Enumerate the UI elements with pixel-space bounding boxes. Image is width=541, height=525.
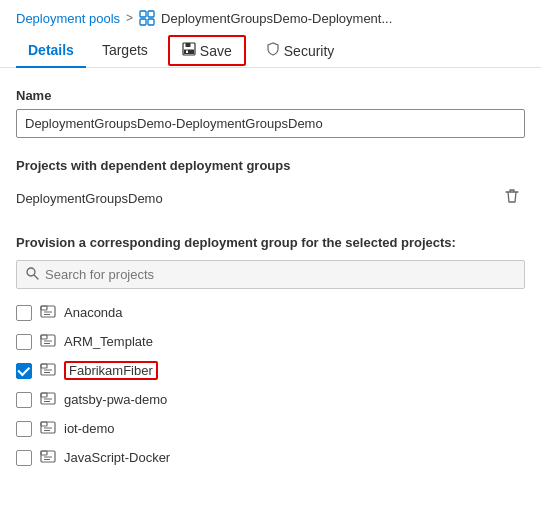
project-icon (40, 448, 56, 467)
tab-security[interactable]: Security (254, 34, 347, 67)
svg-line-9 (35, 276, 39, 280)
dependent-section-title: Projects with dependent deployment group… (16, 158, 525, 173)
name-input[interactable] (16, 109, 525, 138)
breadcrumb-separator: > (126, 11, 133, 25)
project-name-label: JavaScript-Docker (64, 450, 170, 465)
svg-rect-5 (185, 43, 190, 47)
project-icon (40, 332, 56, 351)
dependent-project-row: DeploymentGroupsDemo (16, 181, 525, 215)
project-checkbox-fabrikam-fiber[interactable] (16, 363, 32, 379)
project-checkbox-gatsby-pwa-demo[interactable] (16, 392, 32, 408)
save-label: Save (200, 43, 232, 59)
project-list: Anaconda ARM_Template FabrikamFiber gats… (16, 299, 525, 471)
breadcrumb-parent-link[interactable]: Deployment pools (16, 11, 120, 26)
list-item: JavaScript-Docker (16, 444, 525, 471)
list-item: FabrikamFiber (16, 357, 525, 384)
tab-bar: Details Targets Save Security (0, 34, 541, 68)
project-icon (40, 303, 56, 322)
list-item: iot-demo (16, 415, 525, 442)
security-label: Security (284, 43, 335, 59)
svg-point-8 (27, 268, 35, 276)
svg-rect-6 (184, 50, 194, 55)
list-item: gatsby-pwa-demo (16, 386, 525, 413)
main-content: Name Projects with dependent deployment … (0, 68, 541, 491)
search-icon (25, 266, 39, 283)
breadcrumb-icon (139, 10, 155, 26)
project-checkbox-anaconda[interactable] (16, 305, 32, 321)
search-box (16, 260, 525, 289)
save-button[interactable]: Save (168, 35, 246, 66)
tab-targets[interactable]: Targets (90, 34, 160, 68)
project-checkbox-iot-demo[interactable] (16, 421, 32, 437)
name-label: Name (16, 88, 525, 103)
search-input[interactable] (45, 267, 516, 282)
svg-rect-3 (148, 19, 154, 25)
shield-icon (266, 42, 280, 59)
breadcrumb-current: DeploymentGroupsDemo-Deployment... (161, 11, 392, 26)
svg-rect-1 (148, 11, 154, 17)
project-name-label: iot-demo (64, 421, 115, 436)
project-checkbox-javascript-docker[interactable] (16, 450, 32, 466)
tab-details[interactable]: Details (16, 34, 86, 68)
list-item: ARM_Template (16, 328, 525, 355)
delete-project-button[interactable] (499, 185, 525, 211)
project-icon (40, 390, 56, 409)
dependent-section: Projects with dependent deployment group… (16, 158, 525, 215)
project-icon (40, 361, 56, 380)
project-name-label: Anaconda (64, 305, 123, 320)
project-icon (40, 419, 56, 438)
project-name-label: FabrikamFiber (64, 361, 158, 380)
list-item: Anaconda (16, 299, 525, 326)
svg-rect-2 (140, 19, 146, 25)
project-name-label: ARM_Template (64, 334, 153, 349)
dependent-project-name: DeploymentGroupsDemo (16, 191, 499, 206)
provision-label: Provision a corresponding deployment gro… (16, 235, 525, 250)
breadcrumb: Deployment pools > DeploymentGroupsDemo-… (0, 0, 541, 34)
project-checkbox-arm-template[interactable] (16, 334, 32, 350)
save-icon (182, 42, 196, 59)
svg-rect-0 (140, 11, 146, 17)
project-name-label: gatsby-pwa-demo (64, 392, 167, 407)
svg-rect-7 (186, 51, 188, 54)
